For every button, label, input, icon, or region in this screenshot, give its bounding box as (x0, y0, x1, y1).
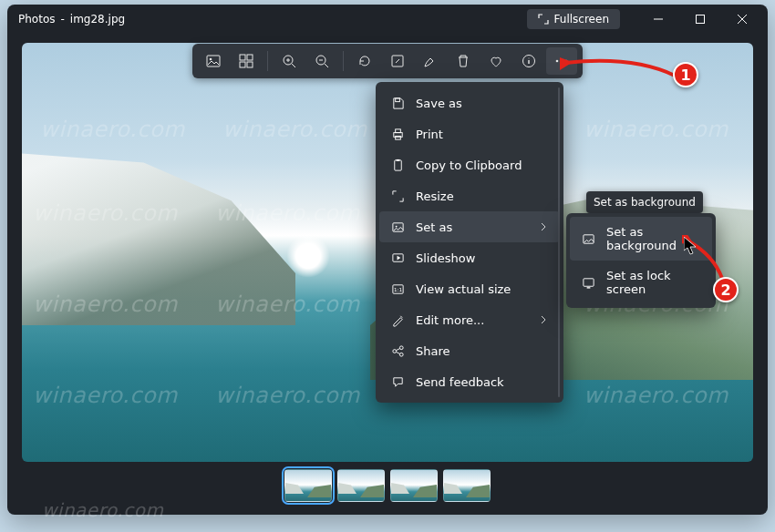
filmstrip (284, 469, 491, 502)
menu-label: Print (416, 128, 443, 141)
svg-text:1:1: 1:1 (393, 287, 401, 292)
zoom-in-icon[interactable] (274, 47, 305, 75)
zoom-out-icon[interactable] (306, 47, 337, 75)
svg-point-2 (210, 58, 212, 61)
svg-rect-19 (396, 159, 399, 160)
svg-point-25 (392, 349, 396, 353)
svg-point-27 (399, 353, 403, 356)
callout-1: 1 (673, 62, 698, 87)
share-icon (390, 343, 405, 358)
svg-rect-16 (395, 128, 400, 132)
thumbnail-1[interactable] (337, 469, 385, 502)
menu-feedback[interactable]: Send feedback (379, 366, 560, 397)
background-icon (581, 231, 595, 246)
menu-print[interactable]: Print (379, 118, 560, 149)
image-icon[interactable] (198, 47, 229, 75)
menu-label: Set as (416, 220, 452, 234)
svg-rect-30 (586, 287, 590, 288)
callout-2: 2 (713, 277, 739, 302)
menu-label: Slideshow (416, 251, 475, 265)
menu-edit-more[interactable]: Edit more... (379, 304, 560, 335)
thumbnail-0[interactable] (284, 469, 332, 502)
thumbnail-3[interactable] (443, 469, 491, 502)
fullscreen-label: Fullscreen (554, 13, 609, 26)
menu-label: View actual size (416, 282, 511, 296)
svg-point-13 (565, 60, 568, 63)
thumbnail-2[interactable] (390, 469, 438, 502)
info-icon[interactable] (513, 47, 544, 75)
crop-icon[interactable] (231, 47, 262, 75)
toolbar (192, 44, 583, 78)
minimize-button[interactable] (638, 5, 678, 33)
svg-point-12 (561, 60, 563, 63)
clipboard-icon (390, 158, 405, 172)
submenu-set-lockscreen[interactable]: Set as lock screen (570, 261, 712, 304)
menu-save-as[interactable]: Save as (379, 87, 560, 118)
file-name: img28.jpg (70, 13, 125, 26)
menu-share[interactable]: Share (379, 335, 560, 366)
menu-set-as[interactable]: Set as (379, 211, 560, 242)
svg-rect-14 (395, 97, 399, 101)
maximize-button[interactable] (680, 5, 720, 33)
menu-label: Share (416, 344, 450, 358)
rotate-icon[interactable] (349, 47, 380, 75)
menu-label: Edit more... (416, 313, 484, 327)
chevron-right-icon (540, 222, 547, 231)
svg-rect-29 (583, 278, 593, 285)
svg-point-11 (556, 60, 559, 63)
titlebar: Photos - img28.jpg Fullscreen (7, 5, 768, 34)
editmore-icon (390, 312, 405, 327)
app-name: Photos (18, 13, 55, 26)
submenu-label: Set as lock screen (606, 269, 701, 296)
cursor-icon (684, 237, 697, 255)
chevron-right-icon (540, 315, 547, 324)
feedback-icon (390, 374, 405, 389)
setas-icon (390, 220, 405, 234)
menu-copy-clipboard[interactable]: Copy to Clipboard (379, 149, 560, 180)
edit-icon[interactable] (382, 47, 413, 75)
lockscreen-icon (581, 275, 595, 290)
save-icon (390, 96, 405, 110)
svg-rect-18 (394, 159, 401, 169)
svg-point-26 (399, 345, 403, 349)
svg-rect-4 (247, 55, 253, 60)
menu-slideshow[interactable]: Slideshow (379, 242, 560, 273)
slideshow-icon (390, 251, 405, 265)
svg-rect-5 (240, 62, 245, 67)
svg-point-21 (395, 225, 397, 227)
menu-actual-size[interactable]: 1:1 View actual size (379, 273, 560, 304)
menu-label: Send feedback (416, 375, 504, 389)
svg-rect-0 (697, 15, 705, 24)
svg-rect-1 (207, 56, 220, 66)
menu-label: Resize (416, 189, 454, 203)
menu-label: Copy to Clipboard (416, 159, 522, 172)
fullscreen-button[interactable]: Fullscreen (527, 9, 620, 29)
print-icon (390, 127, 405, 141)
actualsize-icon: 1:1 (390, 281, 405, 296)
set-as-submenu: Set as background Set as lock screen (566, 213, 716, 308)
svg-rect-6 (247, 62, 253, 67)
more-icon[interactable] (546, 47, 577, 75)
context-menu: Save as Print Copy to Clipboard Resize S… (376, 82, 563, 403)
delete-icon[interactable] (448, 47, 479, 75)
draw-icon[interactable] (415, 47, 446, 75)
menu-label: Save as (416, 97, 462, 110)
svg-rect-3 (240, 55, 245, 60)
favorite-icon[interactable] (480, 47, 512, 75)
menu-resize[interactable]: Resize (379, 180, 560, 211)
close-button[interactable] (722, 5, 762, 33)
tooltip: Set as background (586, 191, 703, 213)
resize-icon (390, 189, 405, 203)
